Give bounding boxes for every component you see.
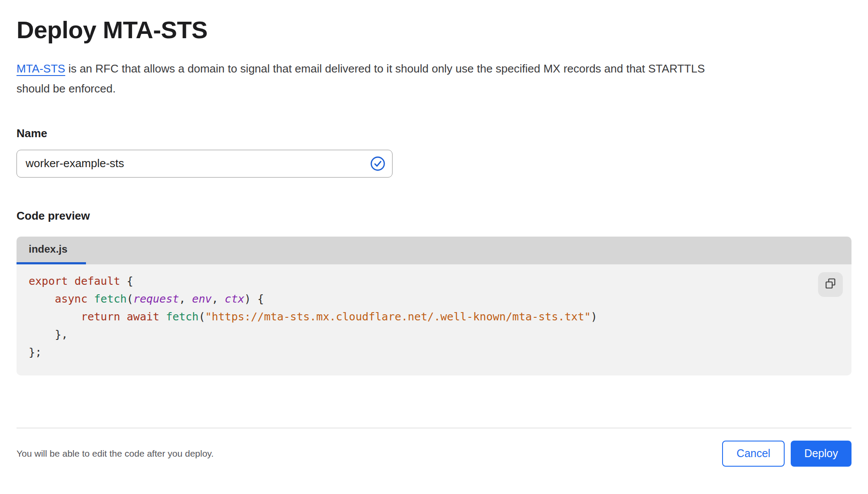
description-line1: is an RFC that allows a domain to signal… <box>65 62 705 75</box>
description-line2: should be enforced. <box>17 82 116 95</box>
deploy-mta-sts-page: Deploy MTA-STS MTA-STS is an RFC that al… <box>0 16 868 467</box>
cancel-button[interactable]: Cancel <box>722 441 785 467</box>
footer-actions: Cancel Deploy <box>722 441 851 467</box>
footer: You will be able to edit the code after … <box>17 441 851 467</box>
code-body: export default { async fetch(request, en… <box>17 264 851 375</box>
footer-note: You will be able to edit the code after … <box>17 448 214 459</box>
copy-button[interactable] <box>818 272 843 297</box>
deploy-button[interactable]: Deploy <box>791 441 851 467</box>
tab-index-js[interactable]: index.js <box>17 237 86 264</box>
tab-label: index.js <box>29 243 67 255</box>
code-tabbar: index.js <box>17 237 851 264</box>
code-preview-label: Code preview <box>17 209 851 223</box>
code-preview-card: index.js export default { async fetch(re… <box>17 237 851 375</box>
description: MTA-STS is an RFC that allows a domain t… <box>17 59 851 99</box>
mta-sts-link[interactable]: MTA-STS <box>17 62 65 75</box>
copy-icon <box>825 278 836 291</box>
valid-check-icon <box>370 156 386 171</box>
name-input[interactable] <box>17 150 393 178</box>
name-label: Name <box>17 126 851 140</box>
code-block: export default { async fetch(request, en… <box>29 272 851 361</box>
name-field-wrapper <box>17 150 393 178</box>
footer-divider <box>17 428 851 428</box>
page-title: Deploy MTA-STS <box>17 16 851 44</box>
